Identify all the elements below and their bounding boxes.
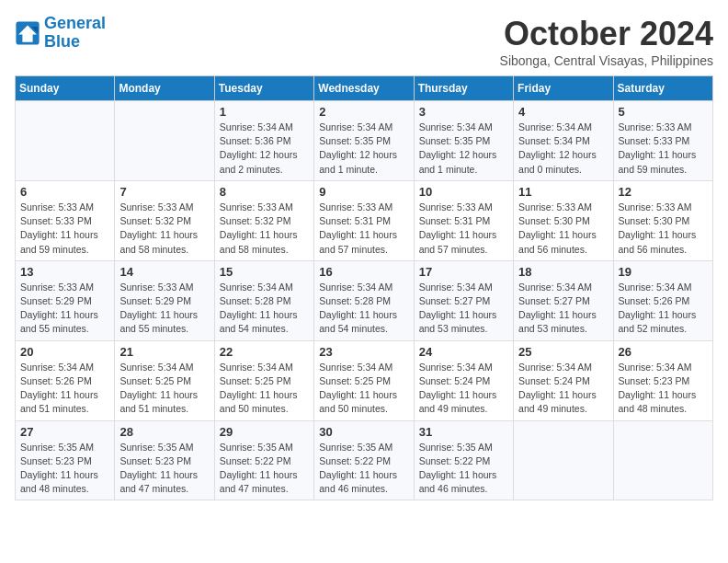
day-detail: Sunrise: 5:35 AM Sunset: 5:22 PM Dayligh… (319, 441, 408, 497)
calendar-cell: 12Sunrise: 5:33 AM Sunset: 5:30 PM Dayli… (613, 180, 712, 260)
day-number: 20 (20, 345, 109, 359)
day-number: 9 (319, 185, 408, 199)
day-number: 27 (20, 425, 109, 439)
calendar-cell: 27Sunrise: 5:35 AM Sunset: 5:23 PM Dayli… (16, 420, 115, 500)
day-detail: Sunrise: 5:33 AM Sunset: 5:33 PM Dayligh… (619, 121, 708, 177)
calendar-cell: 24Sunrise: 5:34 AM Sunset: 5:24 PM Dayli… (414, 340, 513, 420)
day-detail: Sunrise: 5:33 AM Sunset: 5:33 PM Dayligh… (20, 201, 109, 257)
day-detail: Sunrise: 5:33 AM Sunset: 5:30 PM Dayligh… (619, 201, 708, 257)
calendar-cell: 17Sunrise: 5:34 AM Sunset: 5:27 PM Dayli… (414, 260, 513, 340)
month-title: October 2024 (500, 15, 713, 53)
day-number: 17 (419, 265, 508, 279)
day-number: 21 (119, 345, 209, 359)
calendar-cell: 18Sunrise: 5:34 AM Sunset: 5:27 PM Dayli… (514, 260, 613, 340)
day-number: 5 (619, 105, 708, 119)
day-number: 29 (220, 425, 309, 439)
calendar-cell (16, 101, 115, 181)
day-detail: Sunrise: 5:33 AM Sunset: 5:31 PM Dayligh… (319, 201, 408, 257)
calendar-header-row: SundayMondayTuesdayWednesdayThursdayFrid… (16, 76, 713, 101)
day-number: 22 (220, 345, 309, 359)
day-number: 30 (319, 425, 408, 439)
day-number: 19 (619, 265, 708, 279)
day-detail: Sunrise: 5:34 AM Sunset: 5:23 PM Dayligh… (619, 361, 708, 417)
calendar-cell: 11Sunrise: 5:33 AM Sunset: 5:30 PM Dayli… (514, 180, 613, 260)
day-of-week-header: Saturday (613, 76, 712, 101)
day-of-week-header: Tuesday (214, 76, 313, 101)
day-number: 31 (419, 425, 508, 439)
calendar-cell: 22Sunrise: 5:34 AM Sunset: 5:25 PM Dayli… (214, 340, 313, 420)
day-detail: Sunrise: 5:33 AM Sunset: 5:31 PM Dayligh… (419, 201, 508, 257)
calendar-cell: 23Sunrise: 5:34 AM Sunset: 5:25 PM Dayli… (314, 340, 414, 420)
calendar-table: SundayMondayTuesdayWednesdayThursdayFrid… (15, 75, 713, 500)
calendar-cell: 8Sunrise: 5:33 AM Sunset: 5:32 PM Daylig… (214, 180, 313, 260)
day-detail: Sunrise: 5:34 AM Sunset: 5:27 PM Dayligh… (419, 281, 508, 337)
logo-text: General Blue (44, 15, 106, 52)
calendar-cell: 26Sunrise: 5:34 AM Sunset: 5:23 PM Dayli… (613, 340, 712, 420)
logo: General Blue (15, 15, 106, 52)
day-of-week-header: Monday (115, 76, 214, 101)
calendar-cell: 31Sunrise: 5:35 AM Sunset: 5:22 PM Dayli… (414, 420, 513, 500)
day-detail: Sunrise: 5:34 AM Sunset: 5:24 PM Dayligh… (419, 361, 508, 417)
calendar-cell: 21Sunrise: 5:34 AM Sunset: 5:25 PM Dayli… (115, 340, 214, 420)
day-number: 7 (119, 185, 209, 199)
day-number: 1 (220, 105, 309, 119)
day-number: 2 (319, 105, 408, 119)
calendar-cell: 20Sunrise: 5:34 AM Sunset: 5:26 PM Dayli… (16, 340, 115, 420)
day-detail: Sunrise: 5:34 AM Sunset: 5:28 PM Dayligh… (319, 281, 408, 337)
day-detail: Sunrise: 5:34 AM Sunset: 5:25 PM Dayligh… (220, 361, 309, 417)
day-number: 14 (119, 265, 209, 279)
day-number: 8 (220, 185, 309, 199)
day-detail: Sunrise: 5:34 AM Sunset: 5:25 PM Dayligh… (119, 361, 209, 417)
day-detail: Sunrise: 5:33 AM Sunset: 5:32 PM Dayligh… (220, 201, 309, 257)
calendar-cell: 29Sunrise: 5:35 AM Sunset: 5:22 PM Dayli… (214, 420, 313, 500)
day-of-week-header: Thursday (414, 76, 513, 101)
day-number: 11 (518, 185, 608, 199)
calendar-week-row: 27Sunrise: 5:35 AM Sunset: 5:23 PM Dayli… (16, 420, 713, 500)
calendar-cell: 3Sunrise: 5:34 AM Sunset: 5:35 PM Daylig… (414, 101, 513, 181)
title-block: October 2024 Sibonga, Central Visayas, P… (500, 15, 713, 68)
day-detail: Sunrise: 5:34 AM Sunset: 5:24 PM Dayligh… (518, 361, 608, 417)
calendar-cell: 28Sunrise: 5:35 AM Sunset: 5:23 PM Dayli… (115, 420, 214, 500)
day-number: 24 (419, 345, 508, 359)
calendar-cell: 6Sunrise: 5:33 AM Sunset: 5:33 PM Daylig… (16, 180, 115, 260)
day-detail: Sunrise: 5:34 AM Sunset: 5:25 PM Dayligh… (319, 361, 408, 417)
calendar-week-row: 6Sunrise: 5:33 AM Sunset: 5:33 PM Daylig… (16, 180, 713, 260)
calendar-cell: 14Sunrise: 5:33 AM Sunset: 5:29 PM Dayli… (115, 260, 214, 340)
calendar-cell: 5Sunrise: 5:33 AM Sunset: 5:33 PM Daylig… (613, 101, 712, 181)
calendar-cell (115, 101, 214, 181)
calendar-cell: 1Sunrise: 5:34 AM Sunset: 5:36 PM Daylig… (214, 101, 313, 181)
day-number: 3 (419, 105, 508, 119)
calendar-cell: 2Sunrise: 5:34 AM Sunset: 5:35 PM Daylig… (314, 101, 414, 181)
day-number: 10 (419, 185, 508, 199)
day-number: 23 (319, 345, 408, 359)
calendar-cell: 7Sunrise: 5:33 AM Sunset: 5:32 PM Daylig… (115, 180, 214, 260)
day-detail: Sunrise: 5:33 AM Sunset: 5:30 PM Dayligh… (518, 201, 608, 257)
calendar-cell (514, 420, 613, 500)
day-number: 18 (518, 265, 608, 279)
day-of-week-header: Sunday (16, 76, 115, 101)
day-detail: Sunrise: 5:34 AM Sunset: 5:35 PM Dayligh… (419, 121, 508, 177)
day-number: 28 (119, 425, 209, 439)
day-detail: Sunrise: 5:34 AM Sunset: 5:27 PM Dayligh… (518, 281, 608, 337)
day-number: 25 (518, 345, 608, 359)
day-number: 26 (619, 345, 708, 359)
day-detail: Sunrise: 5:34 AM Sunset: 5:35 PM Dayligh… (319, 121, 408, 177)
day-detail: Sunrise: 5:35 AM Sunset: 5:23 PM Dayligh… (119, 441, 209, 497)
day-number: 13 (20, 265, 109, 279)
day-detail: Sunrise: 5:35 AM Sunset: 5:22 PM Dayligh… (220, 441, 309, 497)
calendar-cell: 9Sunrise: 5:33 AM Sunset: 5:31 PM Daylig… (314, 180, 414, 260)
day-detail: Sunrise: 5:34 AM Sunset: 5:26 PM Dayligh… (20, 361, 109, 417)
calendar-cell: 30Sunrise: 5:35 AM Sunset: 5:22 PM Dayli… (314, 420, 414, 500)
calendar-cell: 19Sunrise: 5:34 AM Sunset: 5:26 PM Dayli… (613, 260, 712, 340)
day-detail: Sunrise: 5:33 AM Sunset: 5:29 PM Dayligh… (119, 281, 209, 337)
calendar-week-row: 20Sunrise: 5:34 AM Sunset: 5:26 PM Dayli… (16, 340, 713, 420)
day-of-week-header: Friday (514, 76, 613, 101)
calendar-cell: 16Sunrise: 5:34 AM Sunset: 5:28 PM Dayli… (314, 260, 414, 340)
day-number: 15 (220, 265, 309, 279)
location: Sibonga, Central Visayas, Philippines (500, 53, 713, 68)
day-detail: Sunrise: 5:34 AM Sunset: 5:28 PM Dayligh… (220, 281, 309, 337)
day-of-week-header: Wednesday (314, 76, 414, 101)
day-detail: Sunrise: 5:33 AM Sunset: 5:29 PM Dayligh… (20, 281, 109, 337)
page-header: General Blue October 2024 Sibonga, Centr… (15, 15, 713, 68)
day-number: 4 (518, 105, 608, 119)
